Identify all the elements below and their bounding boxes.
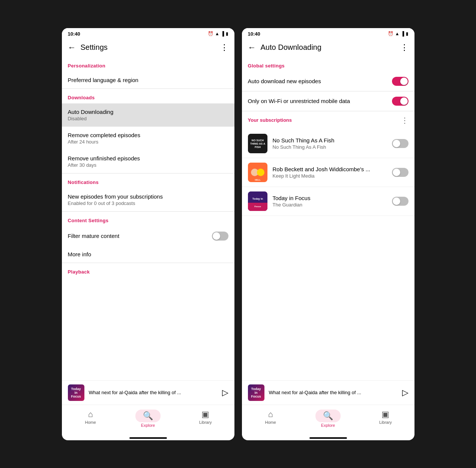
status-icons: ⏰ ▲ ▐ ▮ xyxy=(208,31,228,36)
section-header-notifications: Notifications xyxy=(62,173,234,188)
wifi-icon-2: ▲ xyxy=(395,31,399,36)
auto-downloading-screen: 10:40 ⏰ ▲ ▐ ▮ ← Auto Downloading ⋮ Globa… xyxy=(242,28,414,440)
wifi-icon: ▲ xyxy=(215,31,219,36)
subscriptions-header: Your subscriptions ⋮ xyxy=(242,111,414,129)
section-header-playback: Playback xyxy=(62,263,234,278)
signal-icon-2: ▐ xyxy=(401,31,404,36)
notifications-subtitle: Enabled for 0 out of 3 podcasts xyxy=(68,200,228,206)
home-label: Home xyxy=(85,420,96,425)
mini-player-art-inner-2: Today in Focus xyxy=(248,384,264,401)
play-button-2[interactable]: ▷ xyxy=(402,388,408,398)
settings-item-more-info[interactable]: More info xyxy=(62,246,234,263)
svg-text:FISH: FISH xyxy=(255,146,261,148)
back-button[interactable]: ← xyxy=(68,43,76,52)
podcast-item-focus[interactable]: Today in Focus Today in Focus The Guardi… xyxy=(242,187,414,216)
auto-downloading-content: Global settings Auto download new episod… xyxy=(242,57,414,380)
back-button-2[interactable]: ← xyxy=(248,43,256,52)
home-indicator xyxy=(129,437,167,439)
podcast-info-focus: Today in Focus The Guardian xyxy=(273,195,392,208)
explore-label: Explore xyxy=(141,423,155,428)
nav-explore-2[interactable]: 🔍 Explore xyxy=(299,408,357,429)
podcast-toggle-rob[interactable] xyxy=(392,168,408,177)
more-options-button[interactable]: ⋮ xyxy=(220,43,228,52)
home-icon: ⌂ xyxy=(88,410,93,419)
home-indicator-2 xyxy=(309,437,347,439)
wifi-only-toggle[interactable] xyxy=(392,97,408,106)
nav-home-2[interactable]: ⌂ Home xyxy=(242,408,299,429)
nav-home[interactable]: ⌂ Home xyxy=(62,408,119,429)
podcast-name-fish: No Such Thing As A Fish xyxy=(273,137,392,144)
auto-download-toggle[interactable] xyxy=(392,77,408,86)
filter-title: Filter mature content xyxy=(68,233,120,239)
battery-icon-2: ▮ xyxy=(406,31,408,36)
filter-toggle[interactable] xyxy=(212,232,228,241)
podcast-author-focus: The Guardian xyxy=(273,202,392,208)
svg-text:NO SUCH: NO SUCH xyxy=(251,139,263,142)
mini-player-art-2: Today in Focus xyxy=(248,384,264,401)
section-header-content: Content Settings xyxy=(62,212,234,226)
library-icon: ▣ xyxy=(201,410,209,419)
settings-item-remove-completed[interactable]: Remove completed episodes After 24 hours xyxy=(62,127,234,150)
auto-download-toggle-knob xyxy=(400,78,408,85)
podcast-name-rob: Rob Beckett and Josh Widdicombe's ... xyxy=(273,166,392,172)
library-icon-2: ▣ xyxy=(381,410,389,419)
nav-explore[interactable]: 🔍 Explore xyxy=(119,408,177,429)
subscriptions-title: Your subscriptions xyxy=(248,117,292,123)
section-header-global: Global settings xyxy=(242,57,414,72)
section-header-personalization: Personalization xyxy=(62,57,234,72)
status-time: 10:40 xyxy=(68,31,80,37)
app-bar: ← Settings ⋮ xyxy=(62,38,234,57)
battery-icon: ▮ xyxy=(226,31,228,36)
filter-text: Filter mature content xyxy=(68,233,120,239)
signal-icon: ▐ xyxy=(221,31,224,36)
mini-player-2[interactable]: Today in Focus What next for al-Qaida af… xyxy=(242,380,414,405)
svg-text:Focus: Focus xyxy=(254,205,261,208)
bottom-nav-2: ⌂ Home 🔍 Explore ▣ Library xyxy=(242,405,414,435)
app-bar-2: ← Auto Downloading ⋮ xyxy=(242,38,414,57)
notifications-title: New episodes from your subscriptions xyxy=(68,193,228,200)
settings-content: Personalization Preferred language & reg… xyxy=(62,57,234,380)
more-info-title: More info xyxy=(68,251,228,257)
podcast-name-focus: Today in Focus xyxy=(273,195,392,201)
bottom-nav: ⌂ Home 🔍 Explore ▣ Library xyxy=(62,405,234,435)
explore-icon-2: 🔍 xyxy=(323,411,333,420)
podcast-toggle-fish[interactable] xyxy=(392,139,408,148)
toggle-knob-fish xyxy=(393,140,400,147)
remove-completed-subtitle: After 24 hours xyxy=(68,139,228,145)
podcast-item-rob[interactable]: HELL Rob Beckett and Josh Widdicombe's .… xyxy=(242,158,414,187)
mini-player[interactable]: Today in Focus What next for al-Qaida af… xyxy=(62,380,234,405)
explore-icon: 🔍 xyxy=(143,411,153,420)
subscriptions-more-button[interactable]: ⋮ xyxy=(401,116,408,125)
podcast-item-fish[interactable]: NO SUCH THING AS A FISH No Such Thing As… xyxy=(242,129,414,158)
nav-library-2[interactable]: ▣ Library xyxy=(357,408,414,429)
section-header-downloads: Downloads xyxy=(62,89,234,103)
nav-library[interactable]: ▣ Library xyxy=(177,408,234,429)
podcast-info-rob: Rob Beckett and Josh Widdicombe's ... Ke… xyxy=(273,166,392,179)
settings-screen: 10:40 ⏰ ▲ ▐ ▮ ← Settings ⋮ Personalizati… xyxy=(62,28,234,440)
settings-item-notifications[interactable]: New episodes from your subscriptions Ena… xyxy=(62,188,234,211)
podcast-toggle-focus[interactable] xyxy=(392,197,408,206)
podcast-art-rob: HELL xyxy=(248,163,267,182)
alarm-icon-2: ⏰ xyxy=(388,31,393,36)
more-options-button-2[interactable]: ⋮ xyxy=(400,43,408,52)
wifi-only-toggle-row[interactable]: Only on Wi-Fi or unrestricted mobile dat… xyxy=(242,91,414,111)
settings-item-auto-downloading[interactable]: Auto Downloading Disabled xyxy=(62,103,234,127)
remove-unfinished-subtitle: After 30 days xyxy=(68,162,228,168)
podcast-author-rob: Keep It Light Media xyxy=(273,173,392,179)
settings-item-filter[interactable]: Filter mature content xyxy=(62,226,234,246)
remove-completed-title: Remove completed episodes xyxy=(68,132,228,138)
home-label-2: Home xyxy=(265,420,276,425)
wifi-only-title: Only on Wi-Fi or unrestricted mobile dat… xyxy=(248,98,350,104)
svg-point-6 xyxy=(257,169,264,176)
wifi-only-toggle-knob xyxy=(400,97,408,105)
auto-download-toggle-row[interactable]: Auto download new episodes xyxy=(242,72,414,91)
alarm-icon: ⏰ xyxy=(208,31,213,36)
page-title: Settings xyxy=(81,43,220,52)
podcast-info-fish: No Such Thing As A Fish No Such Thing As… xyxy=(273,137,392,150)
settings-item-language[interactable]: Preferred language & region xyxy=(62,72,234,88)
settings-item-remove-unfinished[interactable]: Remove unfinished episodes After 30 days xyxy=(62,150,234,173)
play-button[interactable]: ▷ xyxy=(222,388,228,398)
mini-player-art-inner: Today in Focus xyxy=(68,384,84,401)
mini-player-art: Today in Focus xyxy=(68,384,84,401)
mini-player-title: What next for al-Qaida after the killing… xyxy=(89,390,222,395)
